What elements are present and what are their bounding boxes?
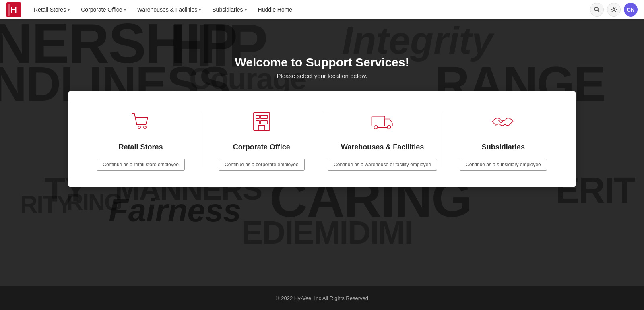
hero-section: NERSHIP HIP Integrity NDLINESS Courage R…	[0, 19, 644, 310]
corporate-continue-button[interactable]: Continue as a corporate employee	[219, 159, 304, 171]
hero-text: Welcome to Support Services! Please sele…	[235, 56, 409, 79]
chevron-down-icon: ▾	[199, 8, 201, 12]
hero-subtitle: Please select your location below.	[235, 72, 409, 79]
building-icon	[248, 107, 276, 136]
handshake-icon	[489, 107, 517, 136]
svg-rect-10	[261, 115, 264, 118]
retail-continue-button[interactable]: Continue as a retail store employee	[97, 159, 185, 171]
svg-rect-13	[261, 121, 264, 124]
nav-item-subsidiaries[interactable]: Subsidiaries ▾	[207, 4, 251, 15]
search-button[interactable]	[590, 3, 604, 17]
warehouse-continue-button[interactable]: Continue as a warehouse or facility empl…	[328, 159, 437, 171]
cart-icon	[127, 107, 155, 136]
word-cloud-text: Integrity	[342, 21, 493, 60]
svg-rect-11	[264, 115, 267, 118]
chevron-down-icon: ▾	[68, 8, 70, 12]
word-cloud-text: EDIEMIDIMI	[242, 217, 412, 249]
svg-rect-15	[258, 126, 265, 130]
location-name-subsidiaries: Subsidiaries	[482, 143, 525, 151]
word-cloud-text: RITY	[20, 192, 72, 217]
nav-item-corporate-office[interactable]: Corporate Office ▾	[76, 4, 130, 15]
nav-items: Retail Stores ▾ Corporate Office ▾ Wareh…	[29, 4, 590, 15]
location-card-retail[interactable]: Retail Stores Continue as a retail store…	[80, 107, 201, 171]
footer: © 2022 Hy-Vee, Inc All Rights Reserved	[0, 286, 644, 310]
chevron-down-icon: ▾	[124, 8, 126, 12]
location-name-retail: Retail Stores	[119, 143, 163, 151]
svg-point-7	[144, 126, 146, 128]
user-avatar[interactable]: CN	[624, 3, 638, 17]
truck-icon	[368, 107, 396, 136]
nav-actions: CN	[590, 3, 638, 17]
svg-rect-2	[8, 4, 10, 16]
location-name-warehouse: Warehouses & Facilities	[341, 143, 424, 151]
chevron-down-icon: ▾	[245, 8, 247, 12]
location-card-corporate[interactable]: Corporate Office Continue as a corporate…	[201, 107, 322, 171]
svg-rect-9	[256, 115, 259, 118]
svg-rect-16	[372, 116, 385, 126]
nav-item-warehouses-facilities[interactable]: Warehouses & Facilities ▾	[132, 4, 206, 15]
location-name-corporate: Corporate Office	[233, 143, 290, 151]
svg-point-3	[594, 7, 598, 11]
location-card-panel: Retail Stores Continue as a retail store…	[68, 91, 576, 187]
location-card-subsidiaries[interactable]: Subsidiaries Continue as a subsidiary em…	[443, 107, 564, 171]
svg-line-4	[598, 10, 599, 12]
nav-item-retail-stores[interactable]: Retail Stores ▾	[29, 4, 74, 15]
nav-item-huddle-home[interactable]: Huddle Home	[253, 4, 297, 15]
svg-text:H: H	[10, 5, 17, 15]
svg-point-6	[138, 126, 140, 128]
subsidiaries-continue-button[interactable]: Continue as a subsidiary employee	[460, 159, 547, 171]
brand-logo[interactable]: H	[6, 2, 21, 17]
word-cloud-text: Fairness	[109, 194, 241, 227]
settings-button[interactable]	[607, 3, 621, 17]
navbar: H Retail Stores ▾ Corporate Office ▾ War…	[0, 0, 644, 19]
footer-copyright: © 2022 Hy-Vee, Inc All Rights Reserved	[276, 295, 368, 301]
svg-point-5	[613, 9, 615, 11]
svg-rect-12	[256, 121, 259, 124]
location-card-warehouse[interactable]: Warehouses & Facilities Continue as a wa…	[322, 107, 443, 171]
hero-title: Welcome to Support Services!	[235, 56, 409, 69]
svg-rect-14	[264, 121, 267, 124]
